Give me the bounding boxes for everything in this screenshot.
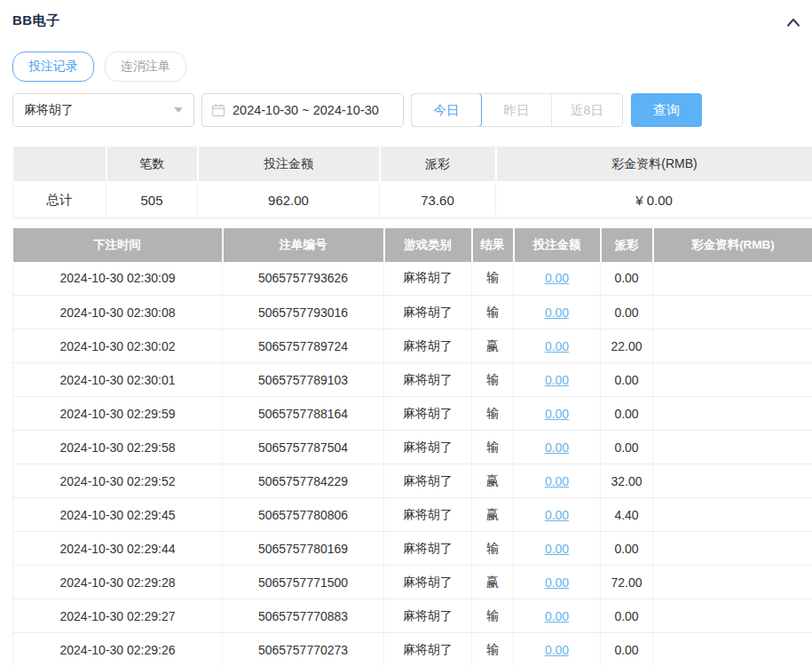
jackpot-cell [653, 498, 812, 532]
quick-range-today-label: 今日 [434, 102, 460, 119]
chevron-up-icon [785, 16, 801, 28]
bet-time-cell: 2024-10-30 02:29:59 [13, 397, 223, 431]
payout-cell: 0.00 [601, 431, 653, 464]
bet-amount-link[interactable]: 0.00 [545, 271, 569, 285]
result-cell: 输 [472, 599, 514, 633]
result-cell: 输 [472, 431, 514, 464]
bet-id-cell: 5065757780806 [223, 498, 384, 532]
summary-header-empty [13, 147, 106, 182]
records-header-result: 结果 [472, 228, 514, 262]
result-cell: 输 [472, 633, 514, 666]
game-type-cell: 麻将胡了 [384, 329, 472, 363]
table-row: 2024-10-30 02:30:08 5065757793016 麻将胡了 输… [13, 296, 812, 329]
bet-amount-cell: 0.00 [514, 329, 601, 363]
bet-amount-link[interactable]: 0.00 [545, 508, 569, 522]
collapse-button[interactable] [784, 14, 803, 30]
table-row: 2024-10-30 02:29:26 5065757770273 麻将胡了 输… [13, 633, 812, 666]
bet-amount-link[interactable]: 0.00 [545, 407, 569, 421]
jackpot-cell [653, 599, 812, 633]
bet-time-cell: 2024-10-30 02:29:58 [13, 431, 223, 464]
bet-amount-link[interactable]: 0.00 [545, 609, 569, 623]
game-select-value: 麻将胡了 [24, 102, 74, 118]
bet-amount-link[interactable]: 0.00 [545, 542, 569, 556]
quick-range-last8days[interactable]: 近8日 [552, 94, 622, 126]
bet-time-cell: 2024-10-30 02:29:52 [13, 464, 223, 498]
payout-cell: 0.00 [601, 397, 653, 431]
bet-time-cell: 2024-10-30 02:30:01 [13, 363, 223, 397]
search-button[interactable]: 查询 [631, 93, 702, 127]
table-row: 2024-10-30 02:29:58 5065757787504 麻将胡了 输… [13, 431, 812, 464]
bet-id-cell: 5065757789103 [223, 363, 384, 397]
bet-amount-cell: 0.00 [514, 633, 601, 666]
records-header-payout: 派彩 [601, 228, 653, 262]
bet-id-cell: 5065757770273 [223, 633, 384, 666]
bet-amount-link[interactable]: 0.00 [545, 339, 569, 353]
bet-amount-link[interactable]: 0.00 [545, 373, 569, 387]
tab-bet-records-label: 投注记录 [28, 59, 78, 75]
bet-id-cell: 5065757788164 [223, 397, 384, 431]
bet-id-cell: 5065757771500 [223, 566, 384, 599]
game-type-cell: 麻将胡了 [384, 599, 472, 633]
summary-header-jackpot: 彩金资料(RMB) [496, 147, 812, 182]
result-cell: 赢 [472, 464, 514, 498]
bet-id-cell: 5065757789724 [223, 329, 384, 363]
quick-range-today[interactable]: 今日 [411, 93, 482, 127]
bet-time-cell: 2024-10-30 02:29:44 [13, 532, 223, 566]
filter-bar: 麻将胡了 2024-10-30 ~ 2024-10-30 今日 昨日 [12, 93, 812, 127]
payout-cell: 0.00 [601, 262, 653, 296]
bet-time-cell: 2024-10-30 02:29:26 [13, 633, 223, 666]
table-row: 2024-10-30 02:29:52 5065757784229 麻将胡了 赢… [13, 464, 812, 498]
game-type-cell: 麻将胡了 [384, 431, 472, 464]
tab-cancelled-bets[interactable]: 连消注单 [105, 52, 186, 82]
jackpot-cell [653, 329, 812, 363]
summary-header-payout: 派彩 [380, 147, 496, 182]
bet-amount-cell: 0.00 [514, 566, 601, 599]
payout-cell: 0.00 [601, 363, 653, 397]
bet-id-cell: 5065757793626 [223, 262, 384, 296]
bet-time-cell: 2024-10-30 02:30:08 [13, 296, 223, 329]
bet-amount-cell: 0.00 [514, 262, 601, 296]
summary-total-count: 505 [106, 182, 198, 218]
calendar-icon [211, 103, 225, 117]
result-cell: 输 [472, 397, 514, 431]
bet-amount-link[interactable]: 0.00 [545, 440, 569, 455]
date-range-picker[interactable]: 2024-10-30 ~ 2024-10-30 [201, 93, 404, 127]
jackpot-cell [653, 363, 812, 397]
result-cell: 赢 [472, 329, 514, 363]
bet-amount-link[interactable]: 0.00 [545, 474, 569, 488]
game-type-cell: 麻将胡了 [384, 498, 472, 532]
jackpot-cell [653, 532, 812, 566]
bb-electronics-panel: BB电子 投注记录 连消注单 麻将胡了 [0, 0, 812, 666]
records-header-bet-id: 注单编号 [223, 228, 384, 262]
records-header-bet-amount: 投注金额 [514, 228, 601, 262]
bet-id-cell: 5065757787504 [223, 431, 384, 464]
payout-cell: 0.00 [601, 599, 653, 633]
table-row: 2024-10-30 02:29:45 5065757780806 麻将胡了 赢… [13, 498, 812, 532]
bet-time-cell: 2024-10-30 02:30:02 [13, 329, 223, 363]
tab-bet-records[interactable]: 投注记录 [12, 52, 94, 82]
result-cell: 赢 [472, 498, 514, 532]
table-row: 2024-10-30 02:30:02 5065757789724 麻将胡了 赢… [13, 329, 812, 363]
bet-amount-cell: 0.00 [514, 532, 601, 566]
chevron-down-icon [174, 107, 183, 113]
game-type-cell: 麻将胡了 [384, 566, 472, 599]
bet-amount-link[interactable]: 0.00 [545, 575, 569, 590]
bet-time-cell: 2024-10-30 02:30:09 [13, 262, 223, 296]
records-table: 下注时间 注单编号 游戏类别 结果 投注金额 派彩 彩金资料(RMB) 2024… [12, 228, 812, 666]
bet-amount-cell: 0.00 [514, 363, 601, 397]
result-cell: 输 [472, 296, 514, 329]
summary-header-count: 笔数 [106, 147, 198, 182]
records-header-row: 下注时间 注单编号 游戏类别 结果 投注金额 派彩 彩金资料(RMB) [13, 228, 812, 262]
game-select[interactable]: 麻将胡了 [12, 93, 194, 127]
table-row: 2024-10-30 02:29:59 5065757788164 麻将胡了 输… [13, 397, 812, 431]
tab-cancelled-bets-label: 连消注单 [121, 59, 170, 75]
bet-amount-link[interactable]: 0.00 [545, 305, 569, 320]
bet-id-cell: 5065757770883 [223, 599, 384, 633]
bet-time-cell: 2024-10-30 02:29:45 [13, 498, 223, 532]
table-row: 2024-10-30 02:29:44 5065757780169 麻将胡了 输… [13, 532, 812, 566]
quick-range-yesterday[interactable]: 昨日 [482, 94, 552, 126]
bet-amount-cell: 0.00 [514, 464, 601, 498]
game-type-cell: 麻将胡了 [384, 532, 472, 566]
bet-amount-link[interactable]: 0.00 [545, 643, 569, 657]
bet-amount-cell: 0.00 [514, 397, 601, 431]
